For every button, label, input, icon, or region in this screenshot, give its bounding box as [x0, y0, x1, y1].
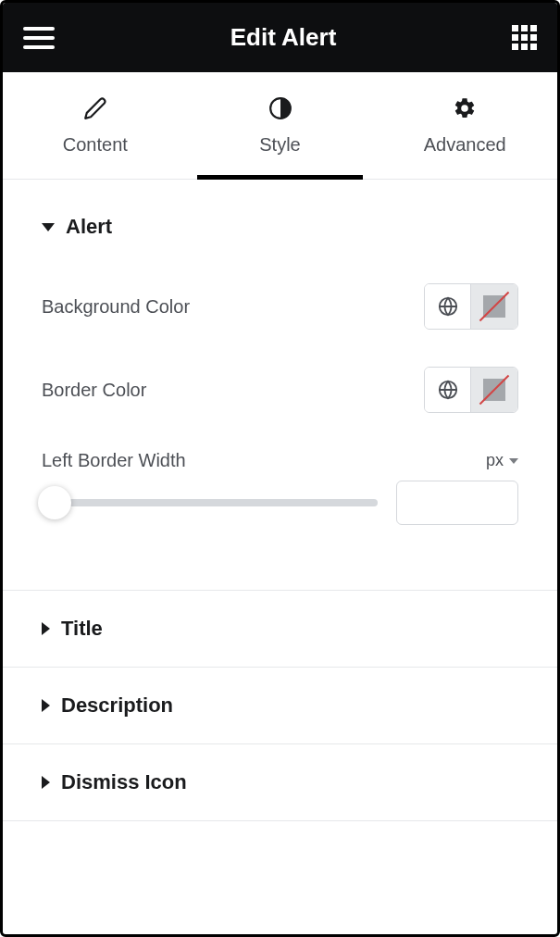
tab-advanced[interactable]: Advanced	[372, 72, 557, 179]
tab-content-label: Content	[63, 134, 128, 156]
tab-advanced-label: Advanced	[424, 134, 506, 156]
left-border-width-slider-row	[42, 477, 518, 534]
globe-icon[interactable]	[425, 368, 471, 412]
panel-header: Edit Alert	[3, 3, 557, 72]
section-alert-header[interactable]: Alert	[3, 180, 557, 265]
section-title-title: Title	[61, 617, 103, 641]
background-color-label: Background Color	[42, 296, 190, 318]
left-border-width-label: Left Border Width	[42, 450, 186, 471]
menu-icon[interactable]	[23, 27, 55, 49]
border-color-label: Border Color	[42, 380, 146, 401]
chevron-right-icon	[42, 622, 50, 635]
tab-content[interactable]: Content	[3, 72, 188, 179]
section-description-title: Description	[61, 693, 173, 718]
section-description-header[interactable]: Description	[3, 668, 557, 743]
chevron-down-icon	[42, 223, 55, 231]
chevron-right-icon	[42, 699, 50, 712]
apps-grid-icon[interactable]	[512, 25, 537, 50]
section-description: Description	[3, 668, 557, 744]
unit-select[interactable]: px	[486, 451, 518, 470]
tab-style[interactable]: Style	[188, 72, 373, 179]
section-dismiss-icon-title: Dismiss Icon	[61, 770, 187, 794]
slider-value-input[interactable]	[396, 481, 518, 525]
control-background-color: Background Color	[42, 265, 518, 348]
slider[interactable]	[42, 484, 378, 521]
chevron-right-icon	[42, 776, 50, 789]
panel-title: Edit Alert	[230, 23, 337, 52]
control-left-border-width: Left Border Width px	[42, 431, 518, 477]
section-dismiss-icon-header[interactable]: Dismiss Icon	[3, 744, 557, 820]
control-border-color: Border Color	[42, 348, 518, 431]
section-title: Title	[3, 591, 557, 668]
slider-thumb[interactable]	[38, 486, 71, 519]
section-alert: Alert Background Color B	[3, 180, 557, 591]
border-color-picker[interactable]	[424, 367, 518, 413]
background-color-picker[interactable]	[424, 283, 518, 330]
section-title-header[interactable]: Title	[3, 591, 557, 667]
gear-icon	[452, 95, 478, 121]
section-alert-controls: Background Color Border Color	[3, 265, 557, 590]
color-swatch[interactable]	[471, 368, 517, 412]
chevron-down-icon	[509, 458, 518, 464]
section-dismiss-icon: Dismiss Icon	[3, 744, 557, 821]
globe-icon[interactable]	[425, 284, 471, 329]
tabs: Content Style Advanced	[3, 72, 557, 180]
tab-style-label: Style	[259, 134, 300, 156]
pencil-icon	[82, 95, 108, 121]
color-swatch[interactable]	[471, 284, 517, 329]
unit-label: px	[486, 451, 504, 470]
contrast-icon	[268, 95, 293, 121]
section-alert-title: Alert	[66, 215, 112, 239]
